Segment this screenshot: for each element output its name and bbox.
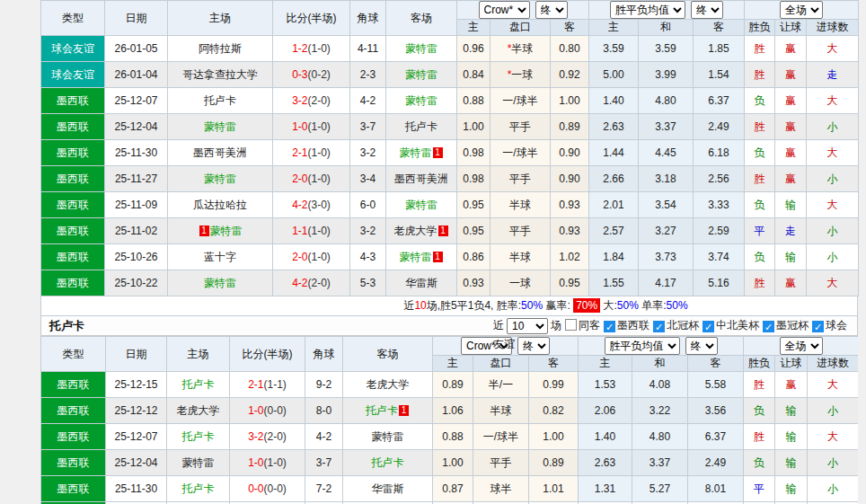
league-type-cell: 球会友谊 bbox=[41, 36, 105, 62]
league-filter-checkbox[interactable]: ✓ bbox=[703, 321, 714, 332]
col-header-wdl: 胜负 bbox=[744, 356, 775, 372]
col-header-date: 日期 bbox=[105, 1, 168, 36]
crow-away-odds: 0.95 bbox=[551, 270, 589, 296]
col-header-score: 比分(半场) bbox=[273, 1, 350, 36]
summary-segment: 70% bbox=[573, 298, 600, 313]
summary-segment: 50% bbox=[521, 299, 543, 312]
result-goals-cell: 走 bbox=[807, 62, 859, 88]
result-wdl-cell: 负 bbox=[744, 398, 775, 424]
summary-segment: 场,胜5平1负4, 胜率: bbox=[427, 299, 521, 312]
avg-away-odds: 3.33 bbox=[694, 192, 745, 218]
home-team-cell: 托卢卡 bbox=[168, 88, 273, 114]
league-filter-label: 北冠杯 bbox=[667, 319, 699, 332]
avg-away-odds: 2.59 bbox=[694, 218, 745, 244]
match-scope-select[interactable]: 全场 bbox=[780, 337, 823, 355]
team-name: 蒙特雷 bbox=[405, 199, 437, 211]
result-handicap-cell: 赢 bbox=[775, 88, 807, 114]
handicap-cell: 平手 bbox=[490, 166, 551, 192]
league-filter-checkbox[interactable]: ✓ bbox=[763, 321, 774, 332]
home-team-cell: 蓝十字 bbox=[168, 244, 273, 270]
avg-away-odds: 2.49 bbox=[688, 450, 744, 476]
avg-stage-select[interactable]: 终 bbox=[685, 337, 718, 355]
half-time-score: (1-0) bbox=[308, 172, 331, 185]
league-filter-checkbox[interactable]: ✓ bbox=[604, 321, 615, 332]
handicap-cell: 球半 bbox=[473, 476, 529, 502]
monterrey-rows: 球会友谊26-01-05阿特拉斯1-2(1-0)4-11蒙特雷0.96*半球0.… bbox=[41, 36, 859, 296]
half-time-score: (1-0) bbox=[308, 225, 331, 237]
same-away-checkbox[interactable] bbox=[565, 319, 577, 331]
result-goals-cell: 大 bbox=[807, 192, 859, 218]
col-header-corner: 角球 bbox=[305, 337, 343, 372]
col-header-handicap: 盘口 bbox=[473, 356, 529, 372]
col-header-date: 日期 bbox=[106, 337, 167, 372]
avg-stage-select[interactable]: 终 bbox=[691, 1, 723, 19]
result-handicap-cell: 输 bbox=[775, 398, 808, 424]
odds-provider-select[interactable]: Crow* bbox=[479, 1, 530, 19]
team-name: 托卢卡 bbox=[204, 94, 236, 107]
team-name: 老虎大学 bbox=[394, 225, 437, 237]
avg-draw-odds: 3.54 bbox=[639, 192, 694, 218]
result-handicap-cell: 赢 bbox=[775, 166, 807, 192]
result-handicap-cell: 输 bbox=[775, 244, 807, 270]
avg-home-odds: 2.63 bbox=[579, 450, 632, 476]
score-cell: 4-2(3-0) bbox=[273, 192, 350, 218]
league-filter-checkbox[interactable]: ✓ bbox=[812, 321, 824, 332]
crow-away-odds: 1.00 bbox=[529, 424, 579, 450]
avg-home-odds: 2.57 bbox=[589, 218, 639, 244]
crow-away-odds: 0.93 bbox=[551, 218, 589, 244]
match-row: 墨西联25-10-26蓝十字2-0(1-0)4-3蒙特雷10.86半球1.021… bbox=[41, 244, 859, 270]
avg-away-odds: 8.01 bbox=[688, 476, 744, 502]
crow-home-odds: 0.87 bbox=[433, 476, 473, 502]
stats-page: 类型 日期 主场 比分(半场) 角球 客场 Crow*终 胜平负均值终 全场 主… bbox=[40, 0, 858, 504]
half-time-score: (1-1) bbox=[264, 378, 287, 391]
avg-away-odds: 1.54 bbox=[694, 62, 745, 88]
avg-away-odds: 2.56 bbox=[694, 166, 745, 192]
match-row: 墨西联25-11-30墨西哥美洲2-1(1-0)3-2蒙特雷10.98一/球半0… bbox=[41, 140, 859, 166]
result-goals-cell: 大 bbox=[807, 140, 859, 166]
result-goals-cell: 大 bbox=[807, 270, 859, 296]
avg-draw-odds: 5.27 bbox=[632, 476, 688, 502]
date-cell: 25-12-04 bbox=[106, 450, 167, 476]
team-name: 蒙特雷 bbox=[204, 120, 236, 133]
avg-home-odds: 5.00 bbox=[589, 62, 639, 88]
avg-away-odds: 6.37 bbox=[688, 424, 744, 450]
team-name: 托卢卡 bbox=[372, 456, 404, 469]
corner-cell: 4-2 bbox=[350, 88, 386, 114]
col-header-home: 主场 bbox=[168, 1, 273, 36]
col-header-avg-home: 主 bbox=[589, 20, 639, 36]
monterrey-history-table: 类型 日期 主场 比分(半场) 角球 客场 Crow*终 胜平负均值终 全场 主… bbox=[40, 0, 859, 296]
odds-stage-select[interactable]: 终 bbox=[535, 1, 568, 19]
avg-away-odds: 5.58 bbox=[688, 372, 744, 398]
corner-cell: 8-0 bbox=[305, 398, 343, 424]
team-name: 蒙特雷 bbox=[400, 146, 432, 159]
half-time-score: (1-0) bbox=[264, 456, 287, 469]
section-title: 托卢卡 bbox=[49, 319, 84, 332]
summary-segment: 赢率: bbox=[543, 299, 573, 312]
result-handicap-cell: 赢 bbox=[775, 270, 807, 296]
result-handicap-cell: 输 bbox=[775, 192, 807, 218]
crow-away-odds: 0.89 bbox=[529, 450, 579, 476]
col-header-avg-away: 客 bbox=[688, 356, 744, 372]
score-cell: 3-2(2-0) bbox=[230, 424, 305, 450]
full-time-score: 4-2 bbox=[292, 199, 307, 211]
home-team-cell: 蒙特雷 bbox=[168, 270, 273, 296]
score-cell: 0-3(0-2) bbox=[273, 62, 350, 88]
league-type-cell: 球会友谊 bbox=[41, 62, 105, 88]
avg-odds-select[interactable]: 胜平负均值 bbox=[610, 1, 685, 19]
date-cell: 25-12-15 bbox=[106, 372, 167, 398]
away-team-cell: 华雷斯 bbox=[386, 270, 457, 296]
handicap-cell: 平手 bbox=[490, 114, 551, 140]
league-filter-checkbox[interactable]: ✓ bbox=[653, 321, 665, 332]
avg-odds-select[interactable]: 胜平负均值 bbox=[605, 337, 680, 355]
recent-games-select[interactable]: 10 bbox=[507, 318, 548, 334]
odds-stage-select[interactable]: 终 bbox=[517, 337, 550, 355]
summary-segment: 单率: bbox=[639, 299, 667, 312]
corner-cell: 3-7 bbox=[305, 450, 343, 476]
match-scope-select[interactable]: 全场 bbox=[780, 1, 823, 19]
full-time-score: 1-0 bbox=[248, 404, 263, 417]
half-time-score: (1-0) bbox=[308, 146, 331, 159]
result-wdl-cell: 胜 bbox=[745, 270, 775, 296]
avg-draw-odds: 4.80 bbox=[632, 424, 688, 450]
league-type-cell: 墨西联 bbox=[41, 244, 105, 270]
col-header-league: 类型 bbox=[41, 1, 105, 36]
